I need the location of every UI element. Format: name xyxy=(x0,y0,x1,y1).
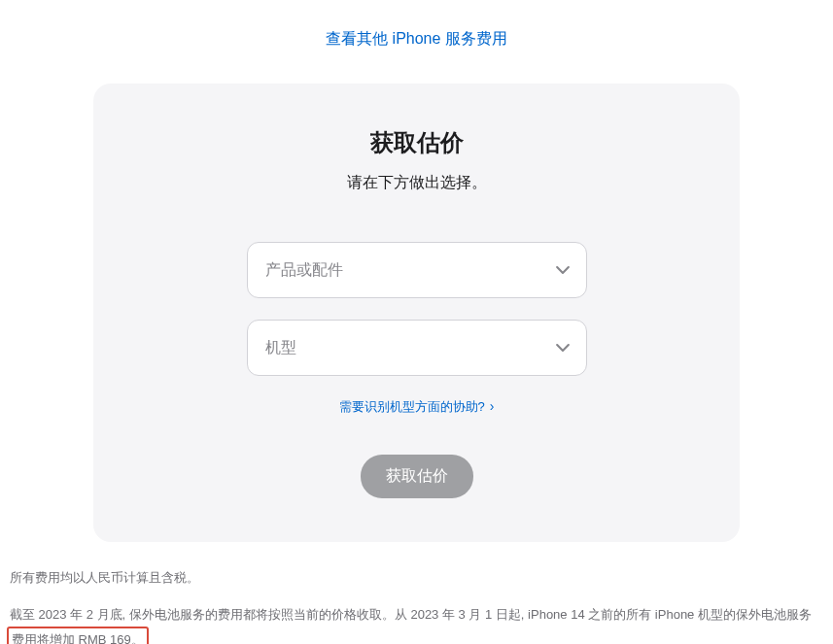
model-select[interactable]: 机型 xyxy=(247,320,587,376)
product-select[interactable]: 产品或配件 xyxy=(247,242,587,298)
product-select-placeholder: 产品或配件 xyxy=(265,260,343,281)
model-select-placeholder: 机型 xyxy=(265,338,296,358)
product-select-wrap: 产品或配件 xyxy=(247,242,587,298)
card-title: 获取估价 xyxy=(152,127,681,158)
price-increase-highlight: 费用将增加 RMB 169。 xyxy=(7,627,149,644)
estimate-card: 获取估价 请在下方做出选择。 产品或配件 机型 需要识别机型方面的协助? 获取估… xyxy=(93,84,740,542)
card-subtitle: 请在下方做出选择。 xyxy=(152,173,681,193)
footnotes: 所有费用均以人民币计算且含税。 截至 2023 年 2 月底, 保外电池服务的费… xyxy=(10,566,826,644)
get-estimate-button[interactable]: 获取估价 xyxy=(361,455,473,498)
model-select-wrap: 机型 xyxy=(247,320,587,376)
view-other-fees-link[interactable]: 查看其他 iPhone 服务费用 xyxy=(326,30,507,47)
top-link-container: 查看其他 iPhone 服务费用 xyxy=(0,0,833,69)
footnote-price-change-part1: 截至 2023 年 2 月底, 保外电池服务的费用都将按照当前的价格收取。从 2… xyxy=(10,607,812,622)
footnote-price-change: 截至 2023 年 2 月底, 保外电池服务的费用都将按照当前的价格收取。从 2… xyxy=(10,603,826,644)
footnote-tax: 所有费用均以人民币计算且含税。 xyxy=(10,566,826,589)
identify-model-help-link[interactable]: 需要识别机型方面的协助? xyxy=(339,399,495,414)
help-link-container: 需要识别机型方面的协助? xyxy=(152,397,681,416)
